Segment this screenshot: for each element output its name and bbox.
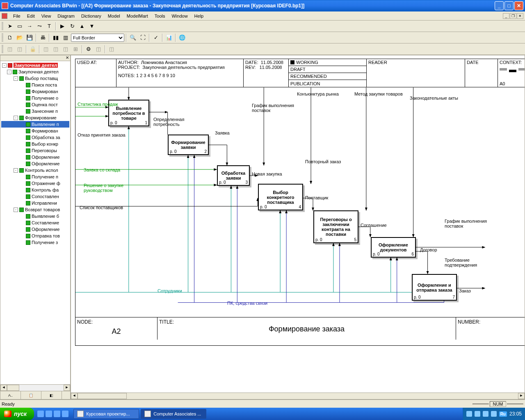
expand-icon[interactable]: -	[7, 70, 11, 74]
ql-icon[interactable]	[54, 411, 60, 417]
arrow-tool[interactable]: →	[25, 22, 34, 31]
tray-icon[interactable]	[466, 411, 472, 417]
expand-icon[interactable]: -	[14, 116, 18, 120]
palette-button[interactable]: ▮▮	[51, 33, 60, 42]
scroll-right[interactable]: ►	[64, 385, 70, 391]
tree-node[interactable]: -Возврат товаров	[1, 206, 69, 213]
text-tool[interactable]: T	[45, 22, 54, 31]
scroll-left[interactable]: ◄	[0, 385, 7, 391]
mdi-restore[interactable]: ❐	[510, 13, 516, 19]
expand-icon[interactable]: -	[2, 63, 7, 68]
open-button[interactable]: 📂	[15, 33, 24, 42]
tree-node[interactable]: Переговоры	[1, 147, 69, 154]
menu-file[interactable]: File	[10, 13, 24, 19]
tree-node[interactable]: Отправка тов	[1, 233, 69, 239]
tree-node[interactable]: Выявление п	[1, 121, 69, 128]
activity-box[interactable]: Формирование заявкиp. 02	[168, 135, 209, 155]
menu-view[interactable]: View	[38, 13, 55, 19]
canvas-hscroll[interactable]: ◄ ►	[71, 393, 525, 399]
start-button[interactable]: пуск	[0, 408, 34, 420]
expand-icon[interactable]: -	[14, 168, 18, 173]
menu-modelmart[interactable]: ModelMart	[123, 13, 151, 19]
tray-icon[interactable]	[475, 411, 480, 417]
menu-dictionary[interactable]: Dictionary	[78, 13, 105, 19]
minimize-button[interactable]: _	[495, 1, 504, 10]
zoom-fit-button[interactable]: ⛶	[138, 33, 147, 42]
tree-node[interactable]: Сопоставлен	[1, 193, 69, 200]
box-tool[interactable]: ▭	[15, 22, 24, 31]
ql-icon[interactable]	[46, 411, 52, 417]
activity-box[interactable]: Переговоры о заключении контракта на пос…	[313, 210, 358, 243]
menu-edit[interactable]: Edit	[24, 13, 38, 19]
clock[interactable]: 23:05	[509, 411, 522, 417]
language-indicator[interactable]: Ru	[499, 411, 507, 417]
tree-node[interactable]: Исправлени	[1, 200, 69, 206]
tray-icon[interactable]	[483, 411, 488, 417]
tree-node[interactable]: Поиск поста	[1, 82, 69, 88]
diagram-canvas[interactable]: USED AT: AUTHOR: Ложникова Анастасия PRO…	[71, 55, 525, 399]
activity-box[interactable]: Оформление документовp. 06	[371, 237, 416, 258]
tree-node[interactable]: Оценка пост	[1, 101, 69, 108]
taskbar-task[interactable]: Computer Associates ...	[141, 409, 206, 419]
tree-node[interactable]: Занесение п	[1, 108, 69, 114]
tree-node[interactable]: Оформление	[1, 226, 69, 233]
toolbar-grip[interactable]	[2, 34, 3, 42]
tree-node[interactable]: -Закупочная деятел	[1, 68, 69, 75]
scroll-thumb[interactable]	[7, 385, 19, 391]
play-tool[interactable]: ▶	[58, 22, 67, 31]
tray-icon[interactable]	[491, 411, 497, 417]
mdi-system-icon[interactable]	[2, 13, 7, 19]
expand-icon[interactable]: -	[14, 76, 18, 81]
refresh-tool[interactable]: ↻	[68, 22, 77, 31]
menu-diagram[interactable]: Diagram	[54, 13, 78, 19]
menu-model[interactable]: Model	[105, 13, 123, 19]
tree-node[interactable]: Получение о	[1, 95, 69, 101]
up-tool[interactable]: ▲	[78, 22, 87, 31]
tree-node[interactable]: -Формирование	[1, 114, 69, 121]
tree-tab-diagrams[interactable]: 📋	[21, 391, 41, 399]
activity-box[interactable]: Оформление и отправка заказаp. 07	[412, 274, 457, 301]
world-button[interactable]: 🌐	[178, 33, 187, 42]
activity-box[interactable]: Обработка заявкиp. 03	[217, 165, 250, 186]
expand-icon[interactable]: -	[14, 208, 18, 212]
ql-icon[interactable]	[37, 411, 44, 417]
toolbar-grip[interactable]	[2, 22, 3, 30]
tree-node[interactable]: Получение з	[1, 239, 69, 246]
tree-node[interactable]: Формирован	[1, 88, 69, 95]
tree-tab-activities[interactable]: A..	[0, 391, 21, 399]
taskbar-task[interactable]: Курсовая проектир...	[73, 409, 139, 419]
pointer-tool[interactable]: ➤	[5, 22, 14, 31]
down-tool[interactable]: ▼	[87, 22, 96, 31]
toolbar-grip[interactable]	[2, 45, 3, 53]
tree-tab-objects[interactable]: ◧	[41, 391, 62, 399]
zoom-select[interactable]: Full Border	[71, 34, 124, 42]
menu-help[interactable]: Help	[191, 13, 207, 19]
tree-node[interactable]: Выявление б	[1, 213, 69, 219]
report-button[interactable]: 📊	[164, 33, 173, 42]
menu-window[interactable]: Window	[168, 13, 191, 19]
tree-node[interactable]: Составление	[1, 219, 69, 226]
tree-hscroll[interactable]: ◄ ►	[0, 384, 70, 391]
tree-node[interactable]: -Контроль испол	[1, 167, 69, 173]
new-button[interactable]: 🗋	[5, 33, 14, 42]
tree-node[interactable]: Выбор конкр	[1, 141, 69, 147]
tree-node[interactable]: Контроль фа	[1, 187, 69, 193]
squiggle-tool[interactable]: ⤳	[35, 22, 44, 31]
zoom-in-button[interactable]: 🔍	[128, 33, 137, 42]
tree-node[interactable]: Формирован	[1, 128, 69, 134]
scroll-thumb[interactable]	[78, 393, 127, 399]
scroll-right[interactable]: ►	[518, 393, 525, 399]
menu-tools[interactable]: Tools	[151, 13, 169, 19]
save-button[interactable]: 💾	[25, 33, 34, 42]
print-button[interactable]: 🖶	[38, 33, 47, 42]
maximize-button[interactable]: □	[504, 1, 514, 10]
panel-close-button[interactable]: ✕	[64, 55, 70, 61]
tree-node[interactable]: -Выбор поставщ	[1, 75, 69, 82]
tree-node[interactable]: Обработка за	[1, 134, 69, 141]
mm-btn-7[interactable]: ⚙	[84, 45, 93, 54]
ql-icon[interactable]	[62, 411, 68, 417]
tree-node[interactable]: Получение п	[1, 173, 69, 180]
spellcheck-button[interactable]: ✓	[151, 33, 160, 42]
mdi-minimize[interactable]: _	[503, 13, 509, 19]
mdi-close[interactable]: ✕	[517, 13, 523, 19]
